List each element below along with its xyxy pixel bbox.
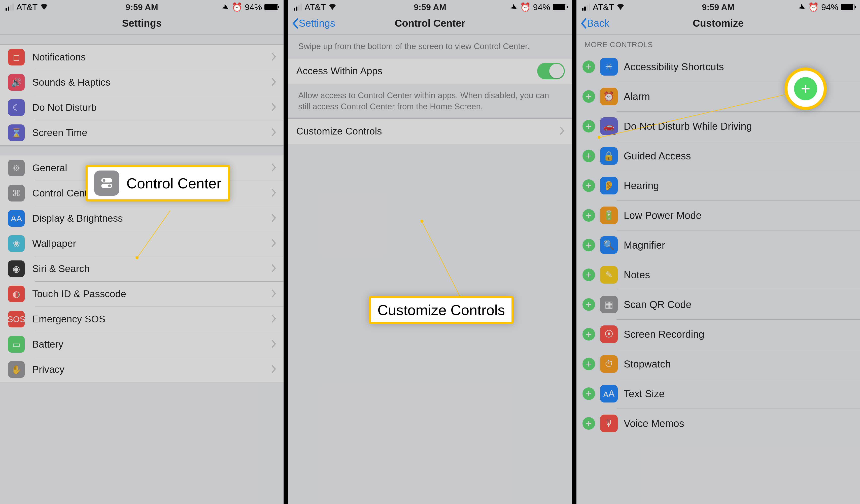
back-button[interactable]: Back	[580, 18, 610, 29]
settings-screen: AT&T 9:59 AM ➤⏰94% Settings ◻Notificatio…	[0, 0, 284, 504]
row-label: Do Not Disturb	[32, 102, 271, 113]
add-button[interactable]: +	[583, 358, 595, 370]
add-button[interactable]: +	[583, 90, 595, 103]
chevron-right-icon	[271, 53, 276, 62]
control-row-do-not-disturb-while-driving: +🚗Do Not Disturb While Driving	[576, 111, 860, 141]
back-button[interactable]: Settings	[292, 18, 335, 29]
add-button[interactable]: +	[583, 120, 595, 132]
row-label: Guided Access	[624, 150, 691, 162]
toggle-switch[interactable]	[537, 63, 565, 80]
alarm-icon: ⏰	[808, 2, 819, 12]
control-row-screen-recording: +⦿Screen Recording	[576, 319, 860, 349]
row-label: Magnifier	[624, 240, 665, 251]
add-button[interactable]: +	[583, 298, 595, 311]
add-button[interactable]: +	[583, 239, 595, 251]
settings-row-screen-time[interactable]: ⌛Screen Time	[0, 120, 284, 145]
switches-icon	[94, 171, 119, 196]
settings-row-privacy[interactable]: ✋Privacy	[0, 357, 284, 382]
status-bar: AT&T 9:59 AM ➤⏰94%	[576, 0, 860, 12]
add-button[interactable]: +	[583, 417, 595, 430]
help-text: Swipe up from the bottom of the screen t…	[288, 35, 572, 58]
add-button[interactable]: +	[583, 179, 595, 192]
row-label: Stopwatch	[624, 358, 671, 370]
alarm-icon: ⏰	[232, 2, 242, 12]
nav-bar: Settings Control Center	[288, 12, 572, 35]
row-label: Notifications	[32, 52, 271, 63]
row-label: Notes	[624, 269, 650, 280]
callout-customize-controls: Customize Controls	[369, 296, 514, 324]
section-header: MORE CONTROLS	[576, 35, 860, 52]
SOS-icon: SOS	[8, 311, 25, 328]
page-title: Customize	[693, 18, 744, 29]
battery-pct: 94%	[821, 2, 838, 12]
control-icon: ✎	[600, 266, 618, 284]
fingerprint-icon: ◍	[8, 286, 25, 302]
page-title: Settings	[122, 18, 162, 29]
customize-controls-row[interactable]: Customize Controls	[288, 119, 572, 144]
gear-icon: ⚙	[8, 160, 25, 176]
add-button[interactable]: +	[583, 269, 595, 281]
hourglass-icon: ⌛	[8, 125, 25, 141]
row-label: Do Not Disturb While Driving	[624, 121, 752, 132]
siri-icon: ◉	[8, 260, 25, 277]
settings-row-display-brightness[interactable]: AADisplay & Brightness	[0, 206, 284, 231]
control-icon: 🔒	[600, 147, 618, 165]
wifi-icon	[616, 4, 625, 10]
AA-icon: AA	[8, 210, 25, 227]
battery-icon: ▭	[8, 336, 25, 352]
svg-point-1	[103, 179, 105, 182]
control-icon: 🔍	[600, 236, 618, 254]
add-button[interactable]: +	[583, 387, 595, 400]
add-button[interactable]: +	[583, 328, 595, 341]
add-button[interactable]: +	[583, 60, 595, 73]
row-label: Privacy	[32, 364, 271, 375]
callout-plus-button: +	[785, 68, 827, 110]
plus-icon: +	[794, 77, 817, 100]
settings-row-do-not-disturb[interactable]: ☾Do Not Disturb	[0, 95, 284, 120]
control-icon: ⏱	[600, 355, 618, 373]
chevron-right-icon	[271, 77, 276, 87]
add-button[interactable]: +	[583, 209, 595, 222]
wifi-icon	[328, 4, 336, 10]
settings-row-wallpaper[interactable]: ❀Wallpaper	[0, 231, 284, 256]
control-row-magnifier: +🔍Magnifier	[576, 230, 860, 260]
control-icon: ⏰	[600, 88, 618, 105]
row-label: Display & Brightness	[32, 213, 271, 224]
carrier: AT&T	[593, 2, 614, 12]
switches-icon: ⌘	[8, 185, 25, 202]
chevron-right-icon	[271, 188, 276, 198]
control-row-text-size: +ᴀAText Size	[576, 379, 860, 408]
control-row-scan-qr-code: +▦Scan QR Code	[576, 290, 860, 319]
signal-icon	[293, 3, 302, 11]
access-within-apps-row[interactable]: Access Within Apps	[288, 58, 572, 84]
control-icon: 🚗	[600, 117, 618, 135]
settings-row-siri-search[interactable]: ◉Siri & Search	[0, 256, 284, 281]
moon-icon: ☾	[8, 99, 25, 116]
chevron-right-icon	[560, 127, 565, 136]
control-row-guided-access: +🔒Guided Access	[576, 141, 860, 171]
battery-icon	[841, 4, 855, 10]
add-button[interactable]: +	[583, 149, 595, 162]
control-icon: 👂	[600, 177, 618, 195]
hand-icon: ✋	[8, 361, 25, 378]
control-center-screen: AT&T 9:59 AM ➤⏰94% Settings Control Cent…	[288, 0, 572, 504]
control-row-low-power-mode: +🔋Low Power Mode	[576, 201, 860, 230]
chevron-right-icon	[271, 314, 276, 324]
battery-icon	[264, 4, 278, 10]
row-label: Text Size	[624, 388, 664, 400]
settings-row-touch-id-passcode[interactable]: ◍Touch ID & Passcode	[0, 281, 284, 306]
control-row-hearing: +👂Hearing	[576, 171, 860, 201]
control-row-voice-memos: +🎙Voice Memos	[576, 408, 860, 438]
chevron-right-icon	[271, 128, 276, 138]
signal-icon	[5, 3, 14, 11]
control-icon: 🔋	[600, 206, 618, 224]
svg-point-3	[108, 185, 111, 187]
help-text: Allow access to Control Center within ap…	[288, 84, 572, 118]
page-title: Control Center	[395, 18, 465, 29]
settings-row-notifications[interactable]: ◻Notifications	[0, 45, 284, 70]
battery-pct: 94%	[245, 2, 262, 12]
settings-row-sounds-haptics[interactable]: 🔊Sounds & Haptics	[0, 70, 284, 95]
settings-row-emergency-sos[interactable]: SOSEmergency SOS	[0, 306, 284, 332]
settings-row-battery[interactable]: ▭Battery	[0, 332, 284, 357]
row-label: Accessibility Shortcuts	[624, 61, 724, 73]
